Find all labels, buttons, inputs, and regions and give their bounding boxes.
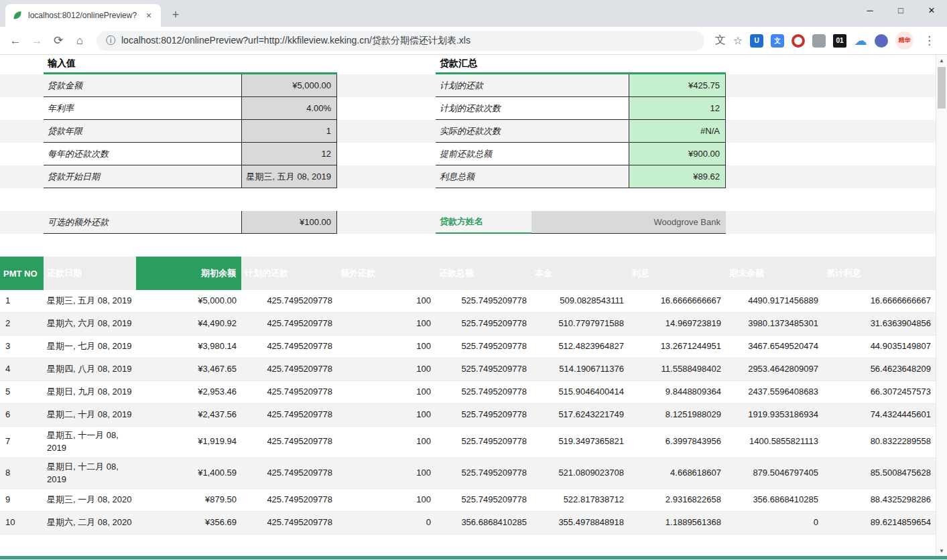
vertical-scrollbar[interactable]: ▲ ▼	[936, 55, 947, 556]
input-section-title: 输入值	[44, 55, 337, 74]
scroll-up-icon[interactable]: ▲	[936, 55, 947, 66]
sheet-row: 每年的还款次数 12 提前还款总额 ¥900.00	[0, 143, 936, 165]
cell-principal: 355.4978848918	[531, 514, 629, 532]
cell-ending-balance: 356.6868410285	[726, 491, 823, 509]
maximize-button[interactable]: □	[885, 0, 916, 20]
cell-payment-date: 星期一, 七月 08, 2019	[44, 338, 136, 356]
back-icon[interactable]: ←	[5, 31, 25, 51]
cell-scheduled-payment: 425.7495209778	[241, 491, 337, 509]
bookmark-star-icon[interactable]: ☆	[733, 34, 743, 47]
summary-value: ¥425.75	[629, 74, 726, 97]
cell-principal: 510.7797971588	[531, 315, 629, 333]
top-rows: 贷款金额 ¥5,000.00 计划的还款 ¥425.75 年利率 4.00% 计…	[0, 74, 936, 188]
sheet-row: 年利率 4.00% 计划的还款次数 12	[0, 97, 936, 120]
summary-label: 提前还款总额	[436, 143, 629, 165]
sheet-row-lender: 可选的额外还款 ¥100.00 贷款方姓名 Woodgrove Bank	[0, 211, 936, 234]
cell-extra-payment: 100	[337, 315, 436, 333]
cell-interest: 8.1251988029	[629, 406, 726, 424]
cell-beginning-balance: ¥4,490.92	[136, 315, 241, 333]
input-label: 年利率	[44, 97, 241, 120]
cloud-extension-icon[interactable]: ☁	[854, 34, 867, 48]
kkfileview-favicon	[12, 10, 23, 21]
cell-total-payment: 525.7495209778	[436, 406, 531, 424]
new-tab-button[interactable]: +	[166, 5, 185, 24]
col-header-scheduled-payment: 计划的还款	[241, 257, 337, 290]
counter-badge-extension-icon[interactable]: 01	[833, 34, 846, 48]
cell-payment-date: 星期三, 一月 08, 2020	[44, 491, 136, 509]
col-header-payment-date: 还款日期	[44, 257, 136, 290]
cell-extra-payment: 100	[337, 491, 436, 509]
cell-total-payment: 356.6868410285	[436, 514, 531, 532]
cell-pmt-no: 9	[0, 491, 44, 509]
cell-beginning-balance: ¥2,437.56	[136, 406, 241, 424]
cell-ending-balance: 879.5046797405	[726, 464, 823, 482]
blank-row	[0, 188, 936, 211]
cell-principal: 522.817838712	[531, 491, 629, 509]
cell-interest: 2.9316822658	[629, 491, 726, 509]
cell-interest: 9.8448809364	[629, 383, 726, 401]
cell-principal: 514.1906711376	[531, 360, 629, 378]
input-label: 每年的还款次数	[44, 143, 241, 165]
cell-cumulative-interest: 80.8322289558	[823, 433, 936, 451]
cell-principal: 512.4823964827	[531, 338, 629, 356]
forward-icon[interactable]: →	[27, 31, 47, 51]
cell-ending-balance: 0	[726, 514, 823, 532]
table-header-row: PMT NO 还款日期 期初余额 计划的还款 额外还款 还款总额 本金 利息 期…	[0, 257, 936, 290]
summary-value: 12	[629, 97, 726, 120]
cell-pmt-no: 5	[0, 383, 44, 401]
cell-total-payment: 525.7495209778	[436, 292, 531, 310]
close-button[interactable]: ✕	[916, 0, 947, 20]
profile-avatar[interactable]: 精华	[895, 31, 913, 50]
cell-beginning-balance: ¥1,400.59	[136, 464, 241, 482]
cell-extra-payment: 100	[337, 464, 436, 482]
cell-extra-payment: 100	[337, 383, 436, 401]
address-bar[interactable]: ⓘ localhost:8012/onlinePreview?url=http:…	[97, 31, 704, 51]
opera-extension-icon[interactable]	[792, 34, 805, 48]
cell-interest: 13.2671244951	[629, 338, 726, 356]
cell-ending-balance: 1919.9353186934	[726, 406, 823, 424]
cell-payment-date: 星期三, 五月 08, 2019	[44, 292, 136, 310]
shield-extension-icon[interactable]: U	[750, 34, 763, 48]
tab-title: localhost:8012/onlinePreview?	[28, 11, 138, 20]
cell-scheduled-payment: 425.7495209778	[241, 315, 337, 333]
cell-payment-date: 星期六, 六月 08, 2019	[44, 315, 136, 333]
cell-cumulative-interest: 88.4325298286	[823, 491, 936, 509]
cell-pmt-no: 10	[0, 514, 44, 532]
cell-cumulative-interest: 66.3072457573	[823, 383, 936, 401]
col-header-total-payment: 还款总额	[436, 257, 531, 290]
table-row: 7 星期五, 十一月 08, 2019 ¥1,919.94 425.749520…	[0, 427, 936, 458]
table-row: 2 星期六, 六月 08, 2019 ¥4,490.92 425.7495209…	[0, 313, 936, 336]
cell-scheduled-payment: 425.7495209778	[241, 360, 337, 378]
tab-close-icon[interactable]: ×	[143, 10, 154, 21]
col-header-interest: 利息	[629, 257, 726, 290]
cell-beginning-balance: ¥3,980.14	[136, 338, 241, 356]
url-text[interactable]: localhost:8012/onlinePreview?url=http://…	[121, 35, 470, 47]
page-info-icon[interactable]: ⓘ	[106, 35, 115, 47]
cell-pmt-no: 2	[0, 315, 44, 333]
input-label: 贷款开始日期	[44, 165, 241, 188]
summary-label: 计划的还款次数	[436, 97, 629, 120]
home-icon[interactable]: ⌂	[70, 31, 90, 51]
bird-extension-icon[interactable]	[875, 34, 888, 48]
cell-cumulative-interest: 56.4623648209	[823, 360, 936, 378]
cell-principal: 509.0828543111	[531, 292, 629, 310]
minimize-button[interactable]: ─	[855, 0, 885, 20]
translate-icon[interactable]: 文	[715, 33, 726, 48]
chrome-menu-icon[interactable]: ⋮	[921, 33, 938, 48]
summary-value: ¥900.00	[629, 143, 726, 165]
translate-extension-icon[interactable]: 文	[771, 34, 784, 48]
browser-tab[interactable]: localhost:8012/onlinePreview? ×	[5, 4, 161, 27]
summary-value: ¥89.62	[629, 165, 726, 188]
summary-value: #N/A	[629, 120, 726, 143]
reload-icon[interactable]: ⟳	[48, 31, 68, 51]
col-header-ending-balance: 期末余额	[726, 257, 823, 290]
scroll-down-icon[interactable]: ▼	[936, 545, 947, 556]
cell-ending-balance: 3467.6549520474	[726, 338, 823, 356]
cell-pmt-no: 3	[0, 338, 44, 356]
table-row: 6 星期二, 十月 08, 2019 ¥2,437.56 425.7495209…	[0, 404, 936, 427]
gray-extension-icon[interactable]	[812, 34, 826, 48]
sheet-row: 贷款年限 1 实际的还款次数 #N/A	[0, 120, 936, 143]
scrollbar-thumb[interactable]	[938, 67, 946, 109]
amortization-table-body: 1 星期三, 五月 08, 2019 ¥5,000.00 425.7495209…	[0, 290, 936, 535]
table-row: 3 星期一, 七月 08, 2019 ¥3,980.14 425.7495209…	[0, 336, 936, 358]
